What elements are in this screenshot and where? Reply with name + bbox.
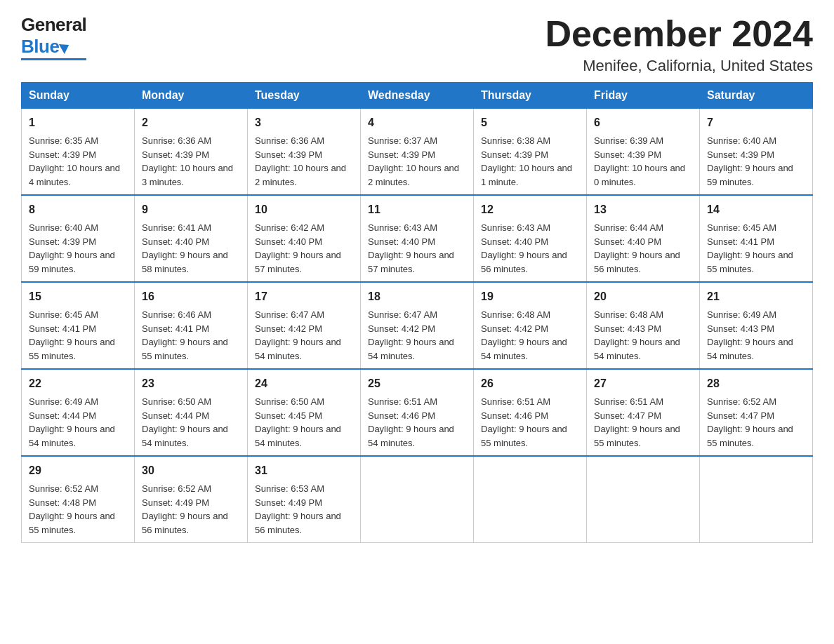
calendar-cell: 4 Sunrise: 6:37 AMSunset: 4:39 PMDayligh… bbox=[361, 108, 474, 195]
day-info: Sunrise: 6:36 AMSunset: 4:39 PMDaylight:… bbox=[142, 135, 233, 187]
calendar-cell: 22 Sunrise: 6:49 AMSunset: 4:44 PMDaylig… bbox=[22, 369, 135, 456]
day-number: 24 bbox=[255, 375, 353, 392]
day-number: 22 bbox=[29, 375, 127, 392]
day-number: 25 bbox=[368, 375, 466, 392]
day-number: 20 bbox=[594, 288, 692, 305]
calendar-cell: 16 Sunrise: 6:46 AMSunset: 4:41 PMDaylig… bbox=[135, 282, 248, 369]
day-number: 8 bbox=[29, 201, 127, 218]
calendar-cell: 13 Sunrise: 6:44 AMSunset: 4:40 PMDaylig… bbox=[587, 195, 700, 282]
day-info: Sunrise: 6:50 AMSunset: 4:45 PMDaylight:… bbox=[255, 396, 341, 448]
logo: General Blue bbox=[21, 14, 86, 60]
title-area: December 2024 Menifee, California, Unite… bbox=[545, 14, 813, 75]
calendar-cell: 24 Sunrise: 6:50 AMSunset: 4:45 PMDaylig… bbox=[248, 369, 361, 456]
day-info: Sunrise: 6:51 AMSunset: 4:46 PMDaylight:… bbox=[481, 396, 567, 448]
day-number: 7 bbox=[707, 114, 805, 131]
day-number: 1 bbox=[29, 114, 127, 131]
calendar-cell: 26 Sunrise: 6:51 AMSunset: 4:46 PMDaylig… bbox=[474, 369, 587, 456]
day-number: 15 bbox=[29, 288, 127, 305]
calendar-cell bbox=[361, 456, 474, 543]
day-number: 17 bbox=[255, 288, 353, 305]
day-number: 13 bbox=[594, 201, 692, 218]
calendar-cell: 23 Sunrise: 6:50 AMSunset: 4:44 PMDaylig… bbox=[135, 369, 248, 456]
day-info: Sunrise: 6:40 AMSunset: 4:39 PMDaylight:… bbox=[707, 135, 793, 187]
day-header-wednesday: Wednesday bbox=[361, 83, 474, 108]
day-info: Sunrise: 6:48 AMSunset: 4:43 PMDaylight:… bbox=[594, 309, 680, 361]
day-number: 28 bbox=[707, 375, 805, 392]
day-number: 26 bbox=[481, 375, 579, 392]
calendar-header-row: SundayMondayTuesdayWednesdayThursdayFrid… bbox=[22, 83, 813, 108]
calendar-cell: 31 Sunrise: 6:53 AMSunset: 4:49 PMDaylig… bbox=[248, 456, 361, 543]
day-number: 2 bbox=[142, 114, 240, 131]
calendar-week-row: 8 Sunrise: 6:40 AMSunset: 4:39 PMDayligh… bbox=[22, 195, 813, 282]
calendar-cell: 1 Sunrise: 6:35 AMSunset: 4:39 PMDayligh… bbox=[22, 108, 135, 195]
day-info: Sunrise: 6:35 AMSunset: 4:39 PMDaylight:… bbox=[29, 135, 120, 187]
day-info: Sunrise: 6:44 AMSunset: 4:40 PMDaylight:… bbox=[594, 222, 680, 274]
day-info: Sunrise: 6:45 AMSunset: 4:41 PMDaylight:… bbox=[29, 309, 115, 361]
calendar-cell bbox=[700, 456, 813, 543]
day-info: Sunrise: 6:49 AMSunset: 4:44 PMDaylight:… bbox=[29, 396, 115, 448]
calendar-cell: 11 Sunrise: 6:43 AMSunset: 4:40 PMDaylig… bbox=[361, 195, 474, 282]
day-info: Sunrise: 6:37 AMSunset: 4:39 PMDaylight:… bbox=[368, 135, 459, 187]
day-number: 23 bbox=[142, 375, 240, 392]
day-header-monday: Monday bbox=[135, 83, 248, 108]
day-header-friday: Friday bbox=[587, 83, 700, 108]
logo-arrow-icon bbox=[59, 40, 72, 54]
day-info: Sunrise: 6:51 AMSunset: 4:47 PMDaylight:… bbox=[594, 396, 680, 448]
month-title: December 2024 bbox=[545, 14, 813, 54]
day-number: 31 bbox=[255, 462, 353, 479]
day-number: 11 bbox=[368, 201, 466, 218]
day-info: Sunrise: 6:49 AMSunset: 4:43 PMDaylight:… bbox=[707, 309, 793, 361]
calendar-cell: 21 Sunrise: 6:49 AMSunset: 4:43 PMDaylig… bbox=[700, 282, 813, 369]
calendar-cell: 14 Sunrise: 6:45 AMSunset: 4:41 PMDaylig… bbox=[700, 195, 813, 282]
day-info: Sunrise: 6:38 AMSunset: 4:39 PMDaylight:… bbox=[481, 135, 572, 187]
day-info: Sunrise: 6:43 AMSunset: 4:40 PMDaylight:… bbox=[368, 222, 454, 274]
day-info: Sunrise: 6:41 AMSunset: 4:40 PMDaylight:… bbox=[142, 222, 228, 274]
calendar-cell: 25 Sunrise: 6:51 AMSunset: 4:46 PMDaylig… bbox=[361, 369, 474, 456]
location-title: Menifee, California, United States bbox=[545, 57, 813, 75]
day-info: Sunrise: 6:39 AMSunset: 4:39 PMDaylight:… bbox=[594, 135, 685, 187]
day-header-thursday: Thursday bbox=[474, 83, 587, 108]
calendar-cell: 2 Sunrise: 6:36 AMSunset: 4:39 PMDayligh… bbox=[135, 108, 248, 195]
calendar-cell bbox=[474, 456, 587, 543]
day-info: Sunrise: 6:52 AMSunset: 4:47 PMDaylight:… bbox=[707, 396, 793, 448]
day-info: Sunrise: 6:47 AMSunset: 4:42 PMDaylight:… bbox=[255, 309, 341, 361]
calendar-cell: 27 Sunrise: 6:51 AMSunset: 4:47 PMDaylig… bbox=[587, 369, 700, 456]
day-number: 19 bbox=[481, 288, 579, 305]
day-number: 12 bbox=[481, 201, 579, 218]
day-number: 29 bbox=[29, 462, 127, 479]
day-header-tuesday: Tuesday bbox=[248, 83, 361, 108]
day-info: Sunrise: 6:51 AMSunset: 4:46 PMDaylight:… bbox=[368, 396, 454, 448]
calendar-cell: 8 Sunrise: 6:40 AMSunset: 4:39 PMDayligh… bbox=[22, 195, 135, 282]
day-number: 5 bbox=[481, 114, 579, 131]
day-info: Sunrise: 6:42 AMSunset: 4:40 PMDaylight:… bbox=[255, 222, 341, 274]
logo-underline bbox=[21, 58, 86, 60]
day-info: Sunrise: 6:36 AMSunset: 4:39 PMDaylight:… bbox=[255, 135, 346, 187]
day-info: Sunrise: 6:52 AMSunset: 4:49 PMDaylight:… bbox=[142, 483, 228, 535]
calendar-week-row: 29 Sunrise: 6:52 AMSunset: 4:48 PMDaylig… bbox=[22, 456, 813, 543]
logo-blue-row: Blue bbox=[21, 36, 86, 58]
logo-name: General Blue bbox=[21, 14, 86, 60]
day-info: Sunrise: 6:50 AMSunset: 4:44 PMDaylight:… bbox=[142, 396, 228, 448]
day-info: Sunrise: 6:52 AMSunset: 4:48 PMDaylight:… bbox=[29, 483, 115, 535]
day-info: Sunrise: 6:53 AMSunset: 4:49 PMDaylight:… bbox=[255, 483, 341, 535]
calendar-cell: 9 Sunrise: 6:41 AMSunset: 4:40 PMDayligh… bbox=[135, 195, 248, 282]
calendar-cell: 30 Sunrise: 6:52 AMSunset: 4:49 PMDaylig… bbox=[135, 456, 248, 543]
logo-blue-text: Blue bbox=[21, 36, 59, 58]
day-info: Sunrise: 6:48 AMSunset: 4:42 PMDaylight:… bbox=[481, 309, 567, 361]
day-header-saturday: Saturday bbox=[700, 83, 813, 108]
calendar-cell: 12 Sunrise: 6:43 AMSunset: 4:40 PMDaylig… bbox=[474, 195, 587, 282]
calendar-cell: 18 Sunrise: 6:47 AMSunset: 4:42 PMDaylig… bbox=[361, 282, 474, 369]
calendar-cell: 7 Sunrise: 6:40 AMSunset: 4:39 PMDayligh… bbox=[700, 108, 813, 195]
calendar-table: SundayMondayTuesdayWednesdayThursdayFrid… bbox=[21, 82, 813, 543]
day-number: 21 bbox=[707, 288, 805, 305]
day-info: Sunrise: 6:43 AMSunset: 4:40 PMDaylight:… bbox=[481, 222, 567, 274]
calendar-week-row: 15 Sunrise: 6:45 AMSunset: 4:41 PMDaylig… bbox=[22, 282, 813, 369]
calendar-week-row: 22 Sunrise: 6:49 AMSunset: 4:44 PMDaylig… bbox=[22, 369, 813, 456]
logo-general-text: General bbox=[21, 14, 86, 36]
day-number: 10 bbox=[255, 201, 353, 218]
calendar-cell: 17 Sunrise: 6:47 AMSunset: 4:42 PMDaylig… bbox=[248, 282, 361, 369]
calendar-cell: 10 Sunrise: 6:42 AMSunset: 4:40 PMDaylig… bbox=[248, 195, 361, 282]
day-info: Sunrise: 6:45 AMSunset: 4:41 PMDaylight:… bbox=[707, 222, 793, 274]
calendar-cell: 19 Sunrise: 6:48 AMSunset: 4:42 PMDaylig… bbox=[474, 282, 587, 369]
day-header-sunday: Sunday bbox=[22, 83, 135, 108]
